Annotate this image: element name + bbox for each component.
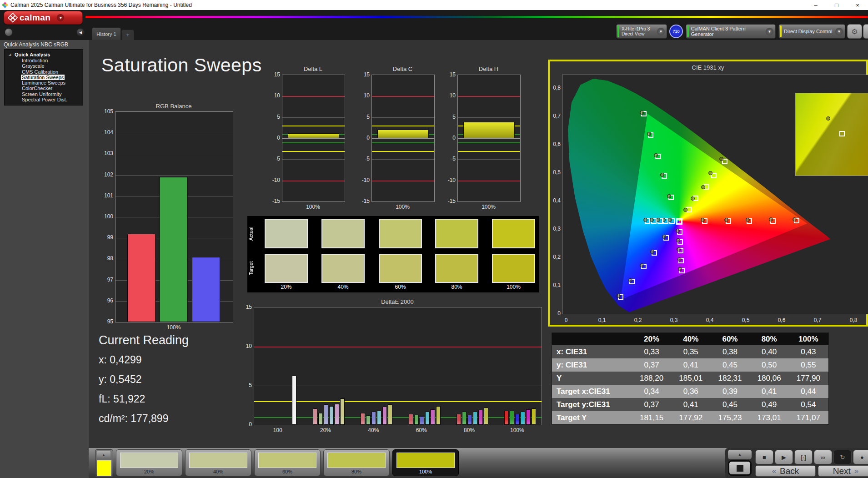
continuous-button[interactable]: ∞ xyxy=(814,450,832,464)
deltae-bar xyxy=(457,414,461,425)
calman-logo-text: calman xyxy=(20,13,50,23)
record-button[interactable]: ● xyxy=(853,450,868,464)
calman-menu-button[interactable]: calman ▼ xyxy=(4,11,83,25)
restore-button[interactable]: □ xyxy=(826,0,847,10)
y-axis-tick: 95 xyxy=(100,318,113,325)
deltae-bar xyxy=(318,413,323,425)
deltae-group-label: 40% xyxy=(350,427,397,433)
display-control-name: Direct Display Control xyxy=(784,29,832,34)
sidebar-item-cms-calibration[interactable]: CMS Calibration xyxy=(5,69,83,75)
workflow-options-button[interactable] xyxy=(5,28,13,36)
y-axis-tick: 0,6 xyxy=(551,141,561,147)
swatch-compare-panel: ActualTarget20%40%60%80%100% xyxy=(247,216,539,292)
pattern-generator-dropdown[interactable]: CalMAN Client 3 Pattern Generator ▼ xyxy=(686,24,776,39)
sidebar-item-label[interactable]: CMS Calibration xyxy=(21,69,59,75)
sidebar-item-label[interactable]: Luminance Sweeps xyxy=(21,80,66,86)
sidebar-item-label[interactable]: Spectral Power Dist. xyxy=(21,97,68,102)
swatch-column-label: 80% xyxy=(435,284,478,290)
deltae-group-label: 80% xyxy=(445,427,493,433)
sidebar-item-saturation-sweeps[interactable]: Saturation Sweeps xyxy=(5,75,83,80)
sidebar-item-label[interactable]: Screen Uniformity xyxy=(21,91,62,97)
sidebar-item-label[interactable]: Saturation Sweeps xyxy=(21,75,65,80)
delta-chart-delta-c xyxy=(371,75,435,202)
swatch-target-80% xyxy=(435,254,478,283)
minimize-button[interactable]: – xyxy=(805,0,826,10)
pattern-level-100%[interactable]: 100% xyxy=(392,449,459,476)
y-axis-tick: 10 xyxy=(442,92,456,99)
page-title: Saturation Sweeps xyxy=(101,55,262,76)
tab-history-1[interactable]: History 1 xyxy=(92,27,121,40)
panel-collapse-icon[interactable] xyxy=(863,24,868,39)
stop-button-large[interactable] xyxy=(728,460,752,476)
gridline xyxy=(458,138,520,139)
deltae-bar xyxy=(526,409,531,425)
pattern-level-80%[interactable]: 80% xyxy=(323,449,390,476)
swatch-column-label: 60% xyxy=(379,284,422,290)
table-column-header: 40% xyxy=(671,335,710,344)
reading-x: x: 0,4299 xyxy=(99,354,189,366)
add-tab-button[interactable]: + xyxy=(121,30,134,40)
gridline xyxy=(115,175,233,176)
sidebar-item-label[interactable]: Grayscale xyxy=(21,63,45,69)
pattern-level-20%[interactable]: 20% xyxy=(116,449,182,476)
swatch-actual-80% xyxy=(435,219,478,248)
x-axis-tick: 0,1 xyxy=(595,317,609,323)
gridline xyxy=(372,117,434,118)
sidebar-item-screen-uniformity[interactable]: Screen Uniformity xyxy=(5,91,83,97)
deltae-bar xyxy=(292,376,296,425)
pattern-popup-button[interactable]: ▲ xyxy=(97,451,110,459)
meter-dropdown[interactable]: X-Rite i1Pro 3 Direct View ▼ xyxy=(616,24,667,39)
sidebar-collapse-button[interactable]: ◀ xyxy=(76,28,85,36)
cie-measured-point xyxy=(640,111,644,115)
loop-button[interactable]: ↻ xyxy=(833,450,852,464)
pattern-level-40%[interactable]: 40% xyxy=(185,449,251,476)
swatch-target-40% xyxy=(321,254,365,283)
table-cell: 0,35 xyxy=(671,347,710,357)
pattern-level-60%[interactable]: 60% xyxy=(254,449,321,476)
tree-expander-icon[interactable]: ◢ xyxy=(9,53,11,56)
transport-popup-button[interactable]: ▲ xyxy=(728,450,752,459)
delta-bar xyxy=(288,133,339,138)
table-row: y: CIE310,370,410,450,500,55 xyxy=(552,358,828,372)
meter-id-badge[interactable]: 710 xyxy=(669,25,683,38)
step-button[interactable]: [·] xyxy=(794,450,813,464)
sidebar-item-colorchecker[interactable]: ColorChecker xyxy=(5,86,83,91)
reference-line xyxy=(282,151,345,152)
sidebar-item-spectral-power-dist-[interactable]: Spectral Power Dist. xyxy=(5,97,83,102)
y-axis-tick: -5 xyxy=(266,156,280,162)
saturation-data-table: 20%40%60%80%100%x: CIE310,330,350,380,40… xyxy=(552,332,829,425)
deltae-bar xyxy=(420,416,424,425)
tree-root-quick-analysis[interactable]: ◢ Quick Analysis xyxy=(5,51,83,58)
delta-chart-title: Delta C xyxy=(371,65,434,72)
gear-icon[interactable]: ⚙ xyxy=(847,24,862,39)
chevron-down-icon: ▼ xyxy=(766,28,773,35)
play-button[interactable]: ▶ xyxy=(775,450,793,464)
deltae-bar xyxy=(478,410,483,425)
y-axis-tick: 15 xyxy=(266,71,280,78)
swatch-target-60% xyxy=(379,254,422,283)
sidebar-item-grayscale[interactable]: Grayscale xyxy=(5,63,83,69)
reference-line xyxy=(458,181,520,181)
close-button[interactable]: × xyxy=(847,0,868,10)
reading-fl: fL: 51,922 xyxy=(99,393,189,405)
sidebar-item-introduction[interactable]: Introduction xyxy=(5,58,83,63)
y-axis-tick: 0 xyxy=(238,421,252,428)
y-axis-tick: 96 xyxy=(100,297,113,304)
y-axis-tick: 0 xyxy=(442,135,456,141)
next-button[interactable]: Next » xyxy=(818,465,868,477)
y-axis-tick: 0,1 xyxy=(551,282,561,288)
swatch-column-label: 40% xyxy=(321,284,365,290)
table-cell: 177,92 xyxy=(671,413,710,423)
reference-line xyxy=(372,181,434,181)
sidebar-item-luminance-sweeps[interactable]: Luminance Sweeps xyxy=(5,80,83,86)
back-button[interactable]: « Back xyxy=(755,465,816,477)
sidebar-item-label[interactable]: Introduction xyxy=(21,58,49,63)
transport-panel: ▲ ■▶[·]∞↻● « Back Next » xyxy=(725,448,868,478)
stop-button[interactable]: ■ xyxy=(755,450,773,464)
table-row-label: y: CIE31 xyxy=(552,361,632,370)
y-axis-tick: 104 xyxy=(100,129,113,136)
sidebar-item-label[interactable]: ColorChecker xyxy=(21,86,53,91)
rgb-bar-green xyxy=(160,177,188,322)
display-control-dropdown[interactable]: Direct Display Control ▼ xyxy=(778,24,845,39)
x-axis-tick: 0,3 xyxy=(667,317,681,323)
